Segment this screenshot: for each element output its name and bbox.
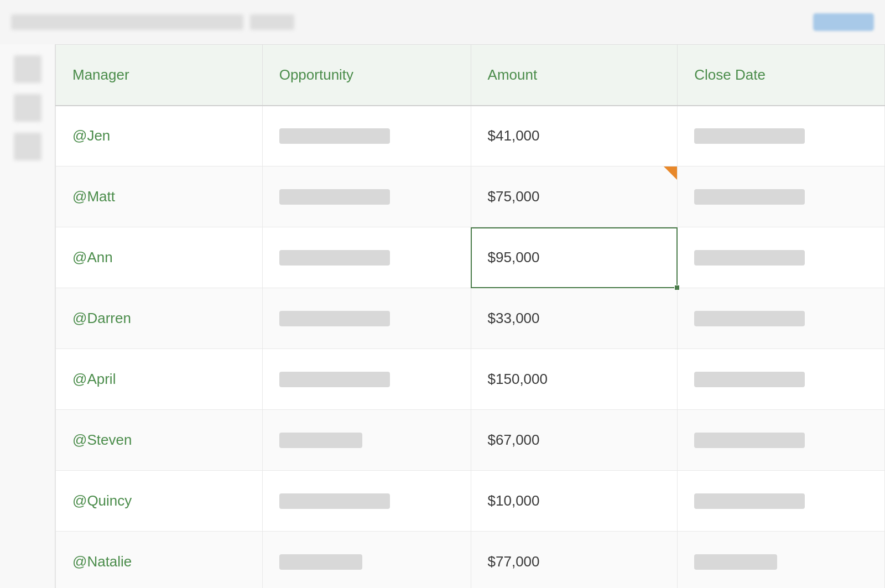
cell-closedate-6[interactable] bbox=[678, 471, 885, 532]
table-row: @Natalie$77,000 bbox=[56, 532, 885, 589]
closedate-bar-1 bbox=[694, 189, 805, 205]
table-row: @Steven$67,000 bbox=[56, 410, 885, 471]
page-container: Manager Opportunity Amount Close Date bbox=[0, 0, 885, 588]
table-row: @Quincy$10,000 bbox=[56, 471, 885, 532]
table-row: @Matt$75,000 bbox=[56, 166, 885, 227]
cell-manager-4[interactable]: @April bbox=[56, 349, 263, 410]
top-bar-button[interactable] bbox=[813, 13, 874, 31]
spreadsheet-table: Manager Opportunity Amount Close Date bbox=[55, 44, 885, 588]
cell-closedate-0[interactable] bbox=[678, 106, 885, 166]
amount-value-4: $150,000 bbox=[488, 371, 548, 387]
cell-manager-1[interactable]: @Matt bbox=[56, 166, 263, 227]
orange-corner-indicator bbox=[664, 166, 677, 180]
amount-value-6: $10,000 bbox=[488, 492, 540, 509]
table-row: @Jen$41,000 bbox=[56, 106, 885, 166]
top-bar-extra-placeholder bbox=[250, 14, 294, 30]
opportunity-bar-7 bbox=[279, 554, 362, 570]
cell-manager-3[interactable]: @Darren bbox=[56, 288, 263, 349]
amount-value-1: $75,000 bbox=[488, 188, 540, 205]
header-row: Manager Opportunity Amount Close Date bbox=[56, 45, 885, 106]
sidebar-item-1[interactable] bbox=[14, 55, 41, 83]
cell-amount-5[interactable]: $67,000 bbox=[471, 410, 678, 471]
main-content: Manager Opportunity Amount Close Date bbox=[0, 44, 885, 588]
amount-value-2: $95,000 bbox=[488, 249, 540, 266]
closedate-bar-2 bbox=[694, 250, 805, 266]
closedate-bar-6 bbox=[694, 493, 805, 509]
sidebar-item-2[interactable] bbox=[14, 94, 41, 122]
cell-opportunity-3[interactable] bbox=[262, 288, 471, 349]
cell-amount-6[interactable]: $10,000 bbox=[471, 471, 678, 532]
cell-opportunity-7[interactable] bbox=[262, 532, 471, 589]
top-bar bbox=[0, 0, 885, 44]
col-header-closedate[interactable]: Close Date bbox=[678, 45, 885, 106]
cell-closedate-3[interactable] bbox=[678, 288, 885, 349]
cell-closedate-5[interactable] bbox=[678, 410, 885, 471]
cell-amount-1[interactable]: $75,000 bbox=[471, 166, 678, 227]
closedate-bar-5 bbox=[694, 433, 805, 448]
cell-opportunity-0[interactable] bbox=[262, 106, 471, 166]
opportunity-bar-2 bbox=[279, 250, 390, 266]
table-row: @Ann$95,000 bbox=[56, 227, 885, 288]
cell-opportunity-2[interactable] bbox=[262, 227, 471, 288]
closedate-bar-3 bbox=[694, 311, 805, 326]
table-row: @Darren$33,000 bbox=[56, 288, 885, 349]
cell-closedate-4[interactable] bbox=[678, 349, 885, 410]
sidebar-item-3[interactable] bbox=[14, 133, 41, 160]
cell-amount-4[interactable]: $150,000 bbox=[471, 349, 678, 410]
amount-value-7: $77,000 bbox=[488, 553, 540, 570]
cell-manager-5[interactable]: @Steven bbox=[56, 410, 263, 471]
closedate-bar-4 bbox=[694, 372, 805, 387]
cell-opportunity-5[interactable] bbox=[262, 410, 471, 471]
cell-opportunity-1[interactable] bbox=[262, 166, 471, 227]
cell-amount-3[interactable]: $33,000 bbox=[471, 288, 678, 349]
cell-amount-7[interactable]: $77,000 bbox=[471, 532, 678, 589]
cell-closedate-7[interactable] bbox=[678, 532, 885, 589]
sidebar bbox=[0, 44, 55, 588]
col-header-opportunity[interactable]: Opportunity bbox=[262, 45, 471, 106]
cell-manager-7[interactable]: @Natalie bbox=[56, 532, 263, 589]
cell-amount-2[interactable]: $95,000 bbox=[471, 227, 678, 288]
table-row: @April$150,000 bbox=[56, 349, 885, 410]
closedate-bar-7 bbox=[694, 554, 777, 570]
opportunity-bar-4 bbox=[279, 372, 390, 387]
cell-closedate-1[interactable] bbox=[678, 166, 885, 227]
closedate-bar-0 bbox=[694, 128, 805, 144]
top-bar-title-placeholder bbox=[11, 14, 243, 30]
cell-manager-2[interactable]: @Ann bbox=[56, 227, 263, 288]
opportunity-bar-5 bbox=[279, 433, 362, 448]
amount-value-5: $67,000 bbox=[488, 431, 540, 448]
cell-opportunity-6[interactable] bbox=[262, 471, 471, 532]
opportunity-bar-1 bbox=[279, 189, 390, 205]
table-container: Manager Opportunity Amount Close Date bbox=[55, 44, 885, 588]
cell-closedate-2[interactable] bbox=[678, 227, 885, 288]
cell-manager-6[interactable]: @Quincy bbox=[56, 471, 263, 532]
cell-amount-0[interactable]: $41,000 bbox=[471, 106, 678, 166]
col-header-manager[interactable]: Manager bbox=[56, 45, 263, 106]
col-header-amount[interactable]: Amount bbox=[471, 45, 678, 106]
opportunity-bar-6 bbox=[279, 493, 390, 509]
amount-value-3: $33,000 bbox=[488, 310, 540, 326]
opportunity-bar-3 bbox=[279, 311, 390, 326]
amount-value-0: $41,000 bbox=[488, 127, 540, 144]
cell-opportunity-4[interactable] bbox=[262, 349, 471, 410]
opportunity-bar-0 bbox=[279, 128, 390, 144]
cell-manager-0[interactable]: @Jen bbox=[56, 106, 263, 166]
